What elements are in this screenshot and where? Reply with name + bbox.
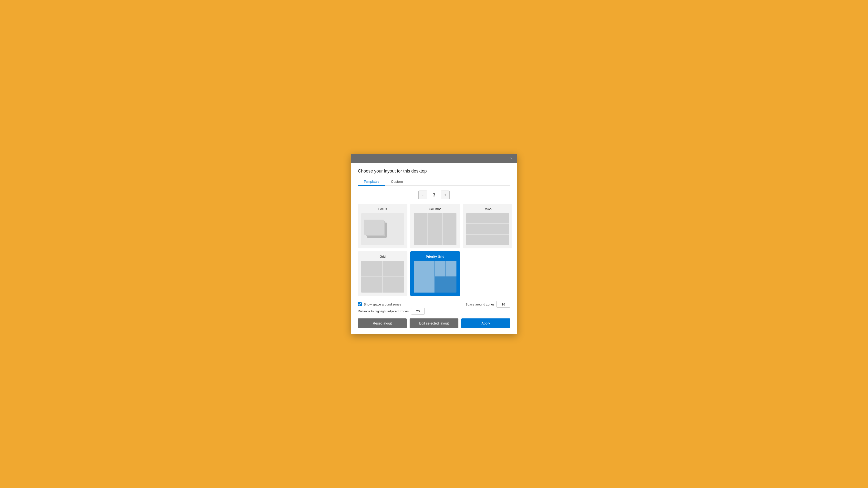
show-space-label: Show space around zones [364, 302, 401, 306]
layout-card-priority-grid[interactable]: Priority Grid [410, 251, 460, 296]
pg-zone-top-right [435, 261, 445, 276]
zone-decrease-button[interactable]: - [418, 191, 427, 199]
zone-increase-button[interactable]: + [441, 191, 450, 199]
columns-preview-inner [414, 213, 457, 245]
layout-grid-preview [361, 261, 404, 293]
layout-grid-label: Grid [379, 255, 386, 258]
layout-card-columns[interactable]: Columns [410, 204, 460, 249]
rows-preview-inner [466, 213, 509, 245]
options-row-top: Show space around zones Space around zon… [358, 301, 510, 308]
layout-grid: Focus Columns [358, 204, 510, 296]
actions-bar: Reset layout Edit selected layout Apply [358, 318, 510, 328]
grid-zone-1 [361, 261, 382, 276]
options-row-bottom: Distance to highlight adjacent zones [358, 308, 510, 315]
layout-card-focus[interactable]: Focus [358, 204, 407, 249]
row-zone-3 [466, 235, 509, 245]
col-zone-3 [443, 213, 457, 245]
focus-rect-front [364, 220, 384, 235]
layout-columns-label: Columns [429, 207, 441, 211]
dialog-title: Choose your layout for this desktop [358, 169, 510, 174]
layout-focus-preview [361, 213, 404, 245]
dialog-content: Choose your layout for this desktop Temp… [351, 163, 517, 334]
space-around-option: Space around zones [465, 301, 510, 308]
pg-zone-bottom-right [446, 261, 457, 276]
row-zone-2 [466, 224, 509, 234]
zone-counter: - 3 + [358, 191, 510, 199]
layout-card-grid[interactable]: Grid [358, 251, 407, 296]
col-zone-2 [428, 213, 442, 245]
reset-layout-button[interactable]: Reset layout [358, 318, 407, 328]
space-around-input[interactable] [496, 301, 510, 308]
tab-custom[interactable]: Custom [385, 177, 409, 186]
tab-templates[interactable]: Templates [358, 177, 385, 186]
show-space-option: Show space around zones [358, 302, 401, 306]
layout-rows-label: Rows [484, 207, 492, 211]
pg-zone-main [414, 261, 434, 293]
col-zone-1 [414, 213, 427, 245]
row-zone-1 [466, 213, 509, 223]
options-section: Show space around zones Space around zon… [358, 301, 510, 315]
grid-zone-2 [383, 261, 404, 276]
tabs-container: Templates Custom [358, 177, 510, 186]
distance-label: Distance to highlight adjacent zones [358, 310, 409, 313]
distance-input[interactable] [411, 308, 425, 315]
layout-priority-grid-label: Priority Grid [426, 255, 444, 258]
show-space-checkbox[interactable] [358, 302, 362, 306]
close-button[interactable]: × [508, 156, 514, 161]
layout-card-rows[interactable]: Rows [463, 204, 513, 249]
layout-dialog: × Choose your layout for this desktop Te… [351, 154, 517, 334]
edit-layout-button[interactable]: Edit selected layout [410, 318, 458, 328]
layout-priority-grid-preview [414, 261, 457, 293]
zone-count-value: 3 [431, 193, 437, 198]
layout-rows-preview [466, 213, 509, 245]
title-bar: × [351, 154, 517, 163]
apply-button[interactable]: Apply [461, 318, 510, 328]
grid-zone-3 [361, 277, 382, 293]
focus-stack [365, 221, 387, 238]
grid-preview-inner [361, 261, 404, 293]
layout-focus-label: Focus [378, 207, 387, 211]
priority-grid-preview-inner [414, 261, 457, 293]
layout-columns-preview [414, 213, 457, 245]
space-around-label: Space around zones [465, 302, 495, 306]
grid-zone-4 [383, 277, 404, 293]
